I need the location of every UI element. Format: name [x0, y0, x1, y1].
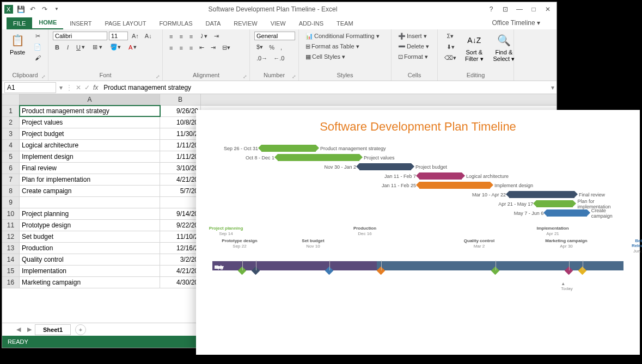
tab-data[interactable]: DATA [199, 17, 228, 29]
close-button[interactable]: ✕ [541, 4, 554, 15]
dialog-launcher-icon[interactable]: ⤢ [292, 74, 296, 79]
row-header[interactable]: 4 [2, 140, 20, 151]
cell[interactable]: 9/14/20 [160, 208, 201, 219]
align-top-button[interactable]: ≡ [167, 32, 175, 41]
tab-review[interactable]: REVIEW [227, 17, 264, 29]
font-name-input[interactable] [53, 32, 107, 40]
decrease-decimal-button[interactable]: ←.0 [271, 54, 286, 63]
tab-addins[interactable]: ADD-INS [292, 17, 330, 29]
align-bottom-button[interactable]: ≡ [187, 32, 195, 41]
align-center-button[interactable]: ≡ [177, 43, 185, 52]
cell[interactable]: 10/8/20 [160, 117, 201, 128]
indent-left-button[interactable]: ⇤ [197, 43, 206, 52]
delete-cells-button[interactable]: ➖ Delete ▾ [396, 42, 431, 51]
row-header[interactable]: 13 [2, 243, 20, 254]
column-header[interactable]: B [160, 94, 201, 105]
clear-button[interactable]: ⌫▾ [442, 53, 458, 63]
copy-button[interactable]: 📄 [32, 42, 44, 52]
bold-button[interactable]: B [53, 42, 62, 52]
fbar-dropdown-icon[interactable]: ▾ [59, 84, 63, 91]
cell[interactable]: Set budget [20, 231, 160, 242]
row-header[interactable]: 6 [2, 163, 20, 174]
dialog-launcher-icon[interactable]: ⤢ [243, 74, 247, 79]
row-header[interactable]: 14 [2, 254, 20, 265]
tab-page-layout[interactable]: PAGE LAYOUT [98, 17, 152, 29]
cell[interactable]: 4/30/20 [160, 277, 201, 288]
cell[interactable]: Product management strategy [20, 106, 160, 116]
cell[interactable]: Production [20, 243, 160, 254]
dialog-launcher-icon[interactable]: ⤢ [41, 74, 46, 79]
tab-formulas[interactable]: FORMULAS [152, 17, 199, 29]
row-header[interactable]: 9 [2, 197, 20, 208]
ribbon-options-icon[interactable]: ⊡ [499, 4, 512, 15]
prev-sheet-icon[interactable]: ◀ [13, 326, 24, 333]
sort-filter-button[interactable]: A↓Z Sort & Filter ▾ [462, 32, 487, 64]
font-color-button[interactable]: A▾ [126, 42, 139, 52]
cell[interactable]: 9/26/20 [160, 106, 201, 116]
maximize-button[interactable]: □ [527, 4, 540, 15]
format-cells-button[interactable]: ⊡ Format ▾ [396, 52, 430, 61]
help-icon[interactable]: ? [485, 4, 498, 15]
format-as-table-button[interactable]: ⊞ Format as Table ▾ [303, 42, 362, 51]
paste-button[interactable]: 📋 Paste [7, 32, 28, 57]
cell[interactable]: Marketing campaign [20, 277, 160, 288]
cell[interactable]: Implement design [20, 151, 160, 162]
tab-home[interactable]: HOME [32, 16, 63, 29]
sheet-tab[interactable]: Sheet1 [35, 324, 71, 335]
row-header[interactable]: 10 [2, 208, 20, 219]
tab-file[interactable]: FILE [7, 17, 32, 29]
add-sheet-button[interactable]: + [75, 324, 86, 335]
row-header[interactable]: 2 [2, 117, 20, 128]
cell[interactable] [160, 197, 201, 208]
expand-formula-icon[interactable]: ▾ [551, 84, 554, 91]
cell[interactable]: 5/7/20 [160, 186, 201, 196]
tab-insert[interactable]: INSERT [63, 17, 98, 29]
fill-color-button[interactable]: 🪣▾ [108, 42, 123, 52]
formula-input[interactable] [101, 83, 548, 92]
cell[interactable]: 11/10/2 [160, 231, 201, 242]
cell[interactable]: 12/16/2 [160, 243, 201, 254]
row-header[interactable]: 3 [2, 128, 20, 139]
cell[interactable]: 9/22/20 [160, 220, 201, 231]
row-header[interactable]: 11 [2, 220, 20, 231]
wrap-text-button[interactable]: ⇥ [212, 32, 221, 41]
cell[interactable]: Project budget [20, 128, 160, 139]
cell[interactable]: 1/11/20 [160, 151, 201, 162]
cell[interactable]: Implementation [20, 266, 160, 276]
row-header[interactable]: 7 [2, 174, 20, 185]
row-header[interactable]: 5 [2, 151, 20, 162]
cell[interactable]: Prototype design [20, 220, 160, 231]
number-format-input[interactable] [254, 32, 295, 40]
comma-button[interactable]: , [278, 42, 284, 52]
orientation-button[interactable]: ⤸▾ [197, 32, 210, 41]
undo-icon[interactable]: ↶ [28, 5, 37, 14]
qat-dropdown-icon[interactable]: ▼ [52, 5, 61, 14]
cell[interactable]: 1/11/20 [160, 140, 201, 151]
align-right-button[interactable]: ≡ [187, 43, 195, 52]
dialog-launcher-icon[interactable]: ⤢ [156, 74, 160, 79]
align-left-button[interactable]: ≡ [167, 43, 175, 52]
cancel-formula-icon[interactable]: ✕ [76, 84, 81, 91]
cell[interactable]: 4/21/20 [160, 174, 201, 185]
select-all-corner[interactable] [2, 94, 20, 105]
minimize-button[interactable]: — [513, 4, 526, 15]
cell[interactable]: 3/10/20 [160, 163, 201, 174]
tab-view[interactable]: VIEW [264, 17, 292, 29]
row-header[interactable]: 1 [2, 106, 20, 116]
cell[interactable]: Quality control [20, 254, 160, 265]
next-sheet-icon[interactable]: ▶ [24, 326, 35, 333]
cell[interactable]: Logical architecture [20, 140, 160, 151]
border-button[interactable]: ⊞ ▾ [90, 42, 105, 52]
fx-icon[interactable]: fx [93, 84, 98, 91]
currency-button[interactable]: $▾ [254, 42, 265, 52]
insert-cells-button[interactable]: ➕ Insert ▾ [396, 32, 429, 41]
tab-office-timeline[interactable]: Office Timeline ▾ [487, 16, 557, 29]
tab-team[interactable]: TEAM [330, 17, 360, 29]
cell-styles-button[interactable]: ▦ Cell Styles ▾ [303, 52, 347, 61]
cell[interactable]: Plan for implementation [20, 174, 160, 185]
increase-font-icon[interactable]: A↑ [130, 32, 141, 40]
find-select-button[interactable]: 🔍 Find & Select ▾ [490, 32, 518, 64]
autosum-button[interactable]: Σ▾ [445, 32, 456, 41]
cell[interactable] [20, 197, 160, 208]
italic-button[interactable]: I [65, 42, 71, 52]
